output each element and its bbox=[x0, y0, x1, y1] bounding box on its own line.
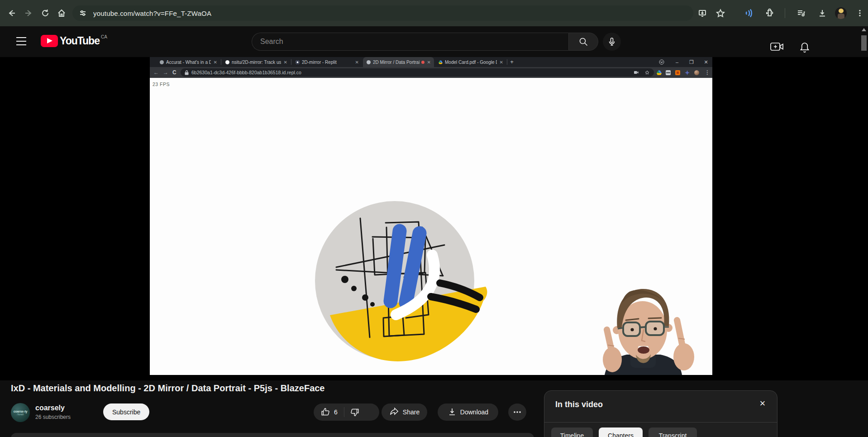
window-restore-icon: ❐ bbox=[688, 59, 695, 65]
description-box[interactable] bbox=[11, 433, 534, 437]
voice-search-button[interactable] bbox=[603, 33, 621, 51]
chrome-menu-icon[interactable] bbox=[854, 8, 865, 19]
download-button[interactable]: Download bbox=[438, 403, 498, 421]
guide-menu-icon[interactable] bbox=[16, 37, 26, 45]
mic-icon bbox=[607, 37, 616, 46]
window-profile-icon bbox=[658, 59, 665, 66]
extension-signal-icon[interactable] bbox=[743, 8, 754, 19]
replit-favicon bbox=[296, 60, 300, 64]
panel-divider bbox=[544, 422, 777, 423]
screencast-tab-strip: Accurat - What's in a Data Portra✕ nsitu… bbox=[150, 57, 712, 67]
toolbar-divider bbox=[785, 8, 785, 18]
more-actions-button[interactable] bbox=[508, 403, 526, 421]
search-box[interactable] bbox=[252, 33, 568, 51]
reload-icon[interactable] bbox=[40, 8, 51, 19]
extensions-puzzle-icon[interactable] bbox=[764, 8, 775, 19]
screencast-tab-github: nsitu/2D-mirror: Track user's hea✕ bbox=[222, 57, 291, 67]
recording-dot bbox=[421, 61, 424, 64]
forward-icon: → bbox=[163, 69, 168, 76]
github-favicon bbox=[225, 60, 229, 64]
url-bar[interactable]: youtube.com/watch?v=FFe_T-ZWaOA bbox=[72, 5, 693, 21]
tab-close-icon: ✕ bbox=[500, 60, 503, 65]
video-title: IxD - Materials and Modelling - 2D Mirro… bbox=[11, 383, 325, 394]
drive-extension-icon bbox=[657, 70, 662, 75]
fps-counter: 23 FPS bbox=[153, 82, 170, 87]
subscriber-count: 26 subscribers bbox=[35, 414, 71, 420]
data-portrait-drawing bbox=[315, 201, 487, 361]
tab-chapters[interactable]: Chapters bbox=[599, 427, 643, 437]
screencast-tab-replit: 2D-mirror - Replit✕ bbox=[292, 57, 362, 67]
search-icon bbox=[578, 37, 588, 47]
reload-icon: C bbox=[172, 69, 176, 76]
bookmark-star-icon[interactable] bbox=[715, 8, 726, 19]
like-dislike-pill: 6 bbox=[314, 403, 379, 421]
scrollbar-thumb[interactable] bbox=[861, 35, 867, 51]
back-icon: ← bbox=[153, 69, 159, 76]
youtube-logo[interactable]: YouTube CA bbox=[41, 35, 107, 47]
home-icon[interactable] bbox=[56, 8, 67, 19]
screencast-frame: Accurat - What's in a Data Portra✕ nsitu… bbox=[150, 57, 712, 375]
tab-close-icon: ✕ bbox=[284, 60, 287, 65]
in-this-video-panel: In this video × Timeline Chapters Transc… bbox=[544, 390, 777, 437]
country-code: CA bbox=[101, 34, 107, 39]
screencast-tab-accurat: Accurat - What's in a Data Portra✕ bbox=[156, 57, 220, 67]
ellipsis-icon bbox=[513, 411, 521, 413]
tab-transcript[interactable]: Transcript bbox=[649, 427, 697, 437]
tab-close-icon: ✕ bbox=[427, 60, 431, 65]
window-close-icon: ✕ bbox=[703, 59, 709, 65]
youtube-play-icon bbox=[41, 35, 58, 47]
site-info-icon[interactable] bbox=[79, 9, 87, 17]
scrollbar-up-arrow[interactable] bbox=[862, 28, 866, 31]
sketch-and-webcam bbox=[150, 78, 712, 375]
window-minimize-icon: – bbox=[674, 59, 680, 65]
search-input[interactable] bbox=[260, 38, 550, 46]
notifications-bell-icon[interactable] bbox=[799, 42, 810, 55]
pinwheel-extension-icon bbox=[685, 70, 690, 75]
url-text: youtube.com/watch?v=FFe_T-ZWaOA bbox=[93, 10, 211, 17]
screencast-tab-active: 2D Mirror / Data Portrait ✕ bbox=[363, 57, 434, 67]
download-icon bbox=[448, 408, 457, 417]
profile-avatar bbox=[694, 70, 699, 75]
browser-menu-icon: ⋮ bbox=[705, 69, 710, 76]
tab-camera-icon bbox=[634, 70, 639, 75]
like-icon[interactable] bbox=[320, 407, 330, 417]
create-video-icon[interactable] bbox=[770, 42, 784, 53]
install-icon[interactable] bbox=[697, 8, 708, 19]
tab-close-icon: ✕ bbox=[355, 60, 359, 65]
new-tab-icon: + bbox=[509, 59, 515, 65]
browser-toolbar: youtube.com/watch?v=FFe_T-ZWaOA bbox=[0, 0, 868, 26]
p5js-canvas: 23 FPS bbox=[150, 78, 712, 375]
screencast-tab-drive: Model Card.pdf - Google Drive✕ bbox=[435, 57, 506, 67]
forward-icon[interactable] bbox=[23, 8, 34, 19]
screencast-url-field: 6b2630a1-dc3d-426f-bbbb-820ab1b36518.id.… bbox=[181, 68, 654, 77]
share-icon bbox=[389, 407, 399, 417]
youtube-masthead: YouTube CA bbox=[0, 26, 868, 57]
tab-timeline[interactable]: Timeline bbox=[551, 427, 593, 437]
screencast-url-text: 6b2630a1-dc3d-426f-bbbb-820ab1b36518.id.… bbox=[191, 70, 634, 75]
tab-close-icon: ✕ bbox=[214, 60, 217, 65]
channel-avatar[interactable]: coarse-ly /'krsli/ bbox=[11, 403, 30, 422]
globe-favicon bbox=[367, 60, 371, 64]
like-count: 6 bbox=[334, 408, 338, 416]
downloads-icon[interactable] bbox=[817, 8, 828, 19]
media-queue-icon[interactable] bbox=[796, 8, 806, 19]
drive-favicon bbox=[439, 60, 443, 64]
channel-name[interactable]: coarsely bbox=[35, 404, 65, 412]
subscribe-button[interactable]: Subscribe bbox=[103, 403, 149, 420]
back-icon[interactable] bbox=[6, 8, 17, 19]
dislike-icon[interactable] bbox=[350, 407, 360, 417]
bookmark-star-icon bbox=[645, 70, 649, 75]
panel-close-icon[interactable]: × bbox=[756, 397, 769, 410]
video-player[interactable]: Accurat - What's in a Data Portra✕ nsitu… bbox=[0, 57, 868, 380]
globe-favicon bbox=[160, 60, 164, 64]
share-button[interactable]: Share bbox=[382, 403, 427, 421]
webcam-presenter bbox=[603, 289, 694, 375]
profile-avatar[interactable] bbox=[835, 7, 847, 19]
search-button[interactable] bbox=[568, 33, 598, 51]
speaker-extension-icon bbox=[675, 70, 680, 75]
zip-extension-icon bbox=[666, 70, 671, 75]
screencast-address-bar: ← → C 6b2630a1-dc3d-426f-bbbb-820ab1b365… bbox=[150, 67, 712, 78]
lock-icon bbox=[185, 70, 189, 75]
panel-title: In this video bbox=[555, 400, 603, 409]
